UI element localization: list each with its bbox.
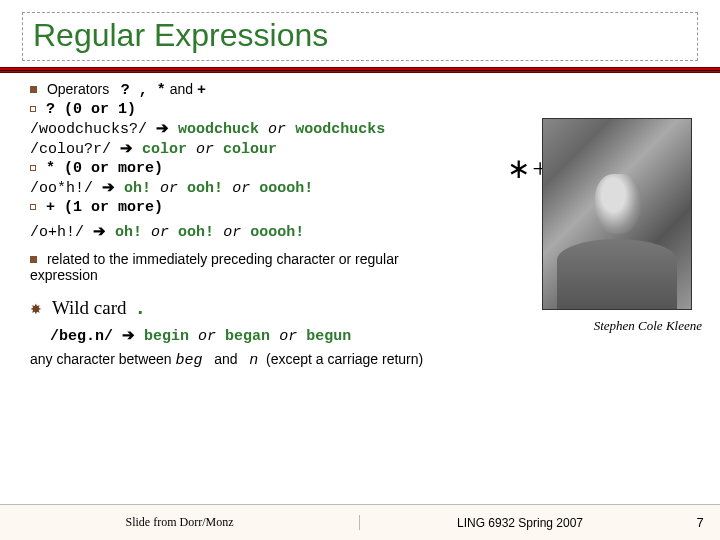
footer-course: LING 6932 Spring 2007 — [360, 516, 680, 530]
related-text: related to the immediately preceding cha… — [30, 251, 399, 283]
page-title: Regular Expressions — [33, 17, 687, 54]
star-bullet-icon: ✸ — [30, 301, 42, 317]
plus: + — [197, 82, 206, 99]
pattern: /colou?r/ — [30, 141, 111, 158]
ops-list: ? , * — [121, 82, 166, 99]
or: or — [279, 328, 297, 345]
match: ooh! — [178, 224, 214, 241]
match: ooh! — [187, 180, 223, 197]
q-head: ? (0 or 1) — [46, 101, 136, 118]
operators-heading: Operators ? , * and + — [30, 81, 690, 99]
arrow-icon: ➔ — [120, 139, 133, 156]
or: or — [160, 180, 178, 197]
match: colour — [223, 141, 277, 158]
match: color — [142, 141, 187, 158]
portrait-image — [542, 118, 692, 310]
match: oh! — [124, 180, 151, 197]
or: or — [198, 328, 216, 345]
pattern: /o+h!/ — [30, 224, 84, 241]
wildcard-note: any character between beg and n (except … — [30, 351, 690, 369]
or: or — [223, 224, 241, 241]
and: and — [170, 81, 193, 97]
bullet-icon — [30, 106, 36, 112]
or: or — [232, 180, 250, 197]
note-n: n — [249, 352, 258, 369]
bullet-icon — [30, 86, 37, 93]
star-head: * (0 or more) — [46, 160, 163, 177]
match: woodchuck — [178, 121, 259, 138]
or: or — [268, 121, 286, 138]
rule — [0, 67, 720, 73]
match: ooooh! — [259, 180, 313, 197]
match: began — [225, 328, 270, 345]
arrow-icon: ➔ — [102, 178, 115, 195]
or: or — [151, 224, 169, 241]
note-and: and — [214, 351, 237, 367]
match: woodchucks — [295, 121, 385, 138]
note-beg: beg — [176, 352, 203, 369]
match: begin — [144, 328, 189, 345]
pattern: /woodchucks?/ — [30, 121, 147, 138]
related-note: related to the immediately preceding cha… — [30, 251, 460, 283]
footer: Slide from Dorr/Monz LING 6932 Spring 20… — [0, 504, 720, 540]
bullet-icon — [30, 204, 36, 210]
bullet-icon — [30, 165, 36, 171]
footer-page: 7 — [680, 515, 720, 530]
wild-label: Wild card — [52, 297, 127, 318]
match: begun — [306, 328, 351, 345]
arrow-icon: ➔ — [93, 222, 106, 239]
or: or — [196, 141, 214, 158]
match: oh! — [115, 224, 142, 241]
note-a: any character between — [30, 351, 172, 367]
bullet-icon — [30, 256, 37, 263]
pattern: /beg.n/ — [50, 328, 113, 345]
title-box: Regular Expressions — [22, 12, 698, 61]
wild-dot: . — [134, 297, 146, 320]
footer-credit: Slide from Dorr/Monz — [0, 515, 360, 530]
match: ooooh! — [250, 224, 304, 241]
portrait-caption: Stephen Cole Kleene — [594, 318, 702, 334]
q-heading: ? (0 or 1) — [30, 100, 690, 118]
note-b: (except a carriage return) — [266, 351, 423, 367]
operators-label: Operators — [47, 81, 109, 97]
arrow-icon: ➔ — [156, 119, 169, 136]
pattern: /oo*h!/ — [30, 180, 93, 197]
arrow-icon: ➔ — [122, 326, 135, 343]
plus-head: + (1 or more) — [46, 199, 163, 216]
